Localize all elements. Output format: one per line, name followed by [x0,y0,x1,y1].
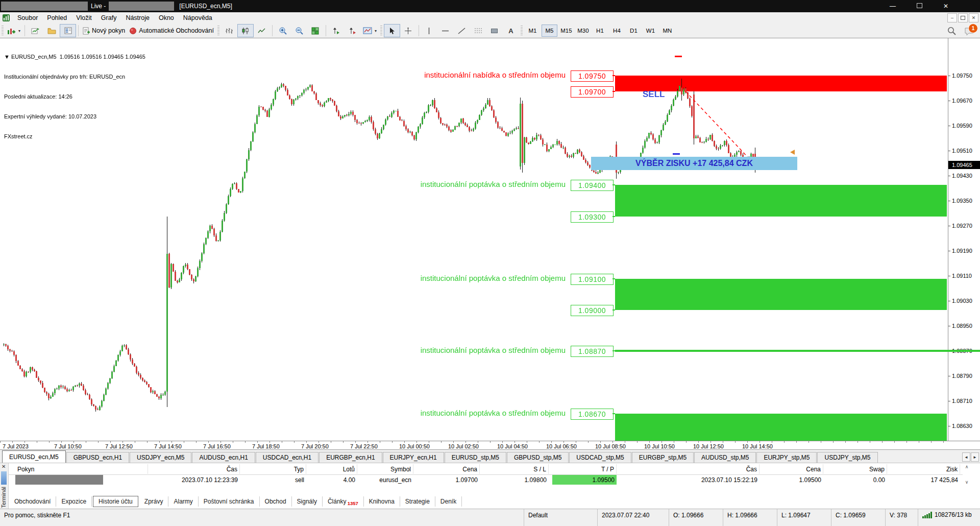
chart-restore-button[interactable] [958,13,968,22]
zoom-out-button[interactable] [291,24,307,37]
timeframe-m30[interactable]: M30 [575,25,591,37]
terminal-tab-expozice[interactable]: Expozice [56,496,92,507]
menu-item-pohled[interactable]: Pohled [42,13,71,22]
terminal-tab-label: Obchod [265,498,286,505]
history-column-header[interactable]: Čas [621,464,760,474]
timeframe-m5[interactable]: M5 [542,25,557,37]
terminal-tab-obchod[interactable]: Obchod [260,496,292,507]
history-column-header[interactable]: Swap [827,464,887,474]
symbol-tab-usdcad-ecn-h1[interactable]: USDCAD_ecn,H1 [256,452,318,463]
terminal-scrollbar[interactable]: ∧ ∨ [963,464,971,485]
symbol-tab-gbpusd-ecn-h1[interactable]: GBPUSD_ecn,H1 [66,452,129,463]
terminal-tab-lnky[interactable]: Články1357 [323,496,364,507]
chart-plot[interactable]: SELL VÝBĚR ZISKU +17 425,84 CZK instituc… [0,38,948,441]
history-column-header[interactable]: Lotů [309,464,357,474]
timeframe-h1[interactable]: H1 [592,25,608,37]
templates-button[interactable] [43,24,60,37]
candlestick-chart-button[interactable] [237,24,254,37]
terminal-tab-strategie[interactable]: Strategie [400,496,435,507]
scroll-up-icon[interactable]: ∧ [965,464,969,469]
history-column-header[interactable]: Cena [416,464,480,474]
history-column-header[interactable]: Typ [245,464,306,474]
menu-item-grafy[interactable]: Grafy [96,13,121,22]
timeframe-m15[interactable]: M15 [558,25,574,37]
terminal-tab-obchodovn[interactable]: Obchodování [9,496,56,507]
timeframe-h4[interactable]: H4 [609,25,625,37]
tile-windows-button[interactable] [307,24,324,37]
symbol-tab-eurusd-stp-m5[interactable]: EURUSD_stp,M5 [445,452,506,463]
trendline-tool[interactable] [454,24,470,37]
search-button[interactable] [943,24,960,37]
market-watch-toggle[interactable] [60,24,76,37]
tick-down-button[interactable] [345,24,361,37]
arrow-down-tick-icon [349,27,356,35]
terminal-close-icon[interactable]: ✕ [2,464,6,469]
profiles-button[interactable] [27,24,43,37]
profit-band[interactable]: VÝBĚR ZISKU +17 425,84 CZK [591,157,797,170]
chart-close-button[interactable]: ✕ [969,13,978,22]
price-axis[interactable]: 1.097501.096701.095901.095101.094301.093… [948,38,980,441]
symbol-tab-usdjpy-ecn-m5[interactable]: USDJPY_ecn,M5 [130,452,191,463]
terminal-tab-alarmy[interactable]: Alarmy [168,496,198,507]
scroll-down-icon[interactable]: ∨ [965,480,969,485]
history-table-row[interactable]: 2023.07.10 12:23:39sell4.00eurusd_ecn1.0… [8,475,963,485]
text-tool[interactable]: A [503,24,519,37]
horizontal-line-tool[interactable] [437,24,454,37]
sell-annotation[interactable]: SELL [643,89,665,100]
symbol-tab-eurgbp-ecn-h1[interactable]: EURGBP_ecn,H1 [319,452,382,463]
symbol-tab-gbpusd-stp-m5[interactable]: GBPUSD_stp,M5 [507,452,569,463]
terminal-tab-potovnschrnka[interactable]: Poštovní schránka [199,496,260,507]
chart-minimize-button[interactable]: – [947,13,957,22]
vertical-line-tool[interactable] [421,24,437,37]
terminal-tab-signly[interactable]: Signály [292,496,323,507]
crosshair-tool-button[interactable] [400,24,416,37]
terminal-tab-denk[interactable]: Deník [435,496,462,507]
bar-chart-button[interactable] [221,24,237,37]
history-column-header[interactable]: T / P [552,464,617,474]
window-maximize-button[interactable] [915,3,924,10]
new-chart-button[interactable]: ▾ [5,24,22,37]
terminal-tab-zprvy[interactable]: Zprávy [139,496,169,507]
tick-up-button[interactable] [328,24,345,37]
demand-zone[interactable] [615,350,980,352]
menu-item-soubor[interactable]: Soubor [13,13,42,22]
timeframe-mn[interactable]: MN [659,25,675,37]
menu-item-vloit[interactable]: Vložit [71,13,96,22]
fibonacci-tool[interactable] [470,24,486,37]
symbol-tab-audusd-ecn-h1[interactable]: AUDUSD_ecn,H1 [192,452,255,463]
menu-item-okno[interactable]: Okno [154,13,179,22]
symbol-tab-eurjpy-ecn-h1[interactable]: EURJPY_ecn,H1 [383,452,444,463]
new-order-button[interactable]: Nový pokyn [81,24,127,37]
menu-item-npovda[interactable]: Nápověda [179,13,217,22]
status-profile[interactable]: Default [524,509,597,526]
window-close-button[interactable]: ✕ [941,3,950,10]
symbol-tab-usdjpy-stp-m5[interactable]: USDJPY_stp,M5 [817,452,877,463]
symbol-tab-eurgbp-stp-m5[interactable]: EURGBP_stp,M5 [632,452,694,463]
collapse-triangle-icon[interactable]: ▼ [4,54,10,60]
autotrading-button[interactable]: Automatické Obchodování [127,24,216,37]
symbol-tab-audusd-stp-m5[interactable]: AUDUSD_stp,M5 [694,452,756,463]
timeframe-w1[interactable]: W1 [643,25,658,37]
symbol-tab-eurjpy-stp-m5[interactable]: EURJPY_stp,M5 [756,452,817,463]
window-minimize-button[interactable]: — [888,3,897,10]
terminal-tab-knihovna[interactable]: Knihovna [364,496,400,507]
zoom-in-button[interactable] [275,24,291,37]
timeframe-d1[interactable]: D1 [626,25,642,37]
indicators-button[interactable]: ▾ [361,24,379,37]
cursor-tool-button[interactable] [384,24,400,37]
history-column-header[interactable]: Cena [764,464,823,474]
history-column-header[interactable]: Zisk [891,464,960,474]
history-column-header[interactable]: S / L [483,464,549,474]
symbol-tab-eurusd-ecn-m5[interactable]: EURUSD_ecn,M5 [2,450,66,463]
timeframe-m1[interactable]: M1 [525,25,541,37]
tab-prev-icon[interactable]: ◄ [962,452,970,462]
shapes-tool[interactable] [486,24,503,37]
history-column-header[interactable]: Čas [110,464,240,474]
symbol-tab-usdcad-stp-m5[interactable]: USDCAD_stp,M5 [569,452,631,463]
terminal-tab-historietu[interactable]: Historie účtu [93,496,138,507]
line-chart-button[interactable] [254,24,270,37]
history-column-header[interactable]: Symbol [360,464,413,474]
menu-item-nstroje[interactable]: Nástroje [121,13,154,22]
notifications-button[interactable]: 1 [965,25,977,37]
tab-next-icon[interactable]: ► [971,452,979,462]
